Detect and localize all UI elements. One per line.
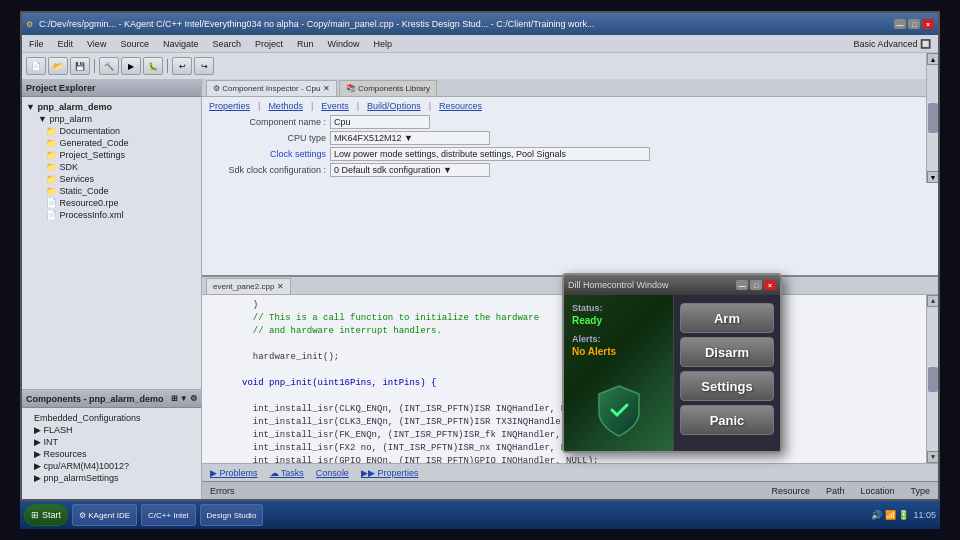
props-scrollbar[interactable]: ▲ ▼ <box>926 53 938 183</box>
tree-item-sdk[interactable]: 📁 SDK <box>26 161 197 173</box>
tree-item-docs[interactable]: 📁 Documentation <box>26 125 197 137</box>
taskbar-bottom: ⊞ Start ⚙ KAgent IDE C/C++ Intel Design … <box>20 501 940 529</box>
bottom-tab-console[interactable]: Console <box>312 468 353 478</box>
project-explorer-header: Project Explorer <box>22 79 201 97</box>
maximize-button[interactable]: □ <box>908 19 920 29</box>
prop-component-name: Component name : Cpu <box>206 115 934 129</box>
code-scrollbar[interactable]: ▲ ▼ <box>926 295 938 463</box>
alerts-label: Alerts: <box>572 334 665 344</box>
menu-project[interactable]: Project <box>252 39 286 49</box>
menu-file[interactable]: File <box>26 39 47 49</box>
prop-clock-settings-value[interactable]: Low power mode settings, distribute sett… <box>330 147 650 161</box>
menu-view[interactable]: View <box>84 39 109 49</box>
minimize-button[interactable]: — <box>894 19 906 29</box>
screen: ⚙ C:/Dev/res/pgmin... - KAgent C/C++ Int… <box>20 11 940 501</box>
status-value: Ready <box>572 315 665 326</box>
prop-sdk-clock-value[interactable]: 0 Default sdk configuration ▼ <box>330 163 490 177</box>
security-window-title: Dill Homecontrol Window <box>568 280 669 290</box>
security-window: Dill Homecontrol Window — □ × Status: Re… <box>562 273 782 453</box>
comp-flash[interactable]: ▶ FLASH <box>26 424 197 436</box>
menu-edit[interactable]: Edit <box>55 39 77 49</box>
panic-button[interactable]: Panic <box>680 405 774 435</box>
security-status-panel: Status: Ready Alerts: No Alerts <box>564 295 674 453</box>
scroll-down-arrow[interactable]: ▼ <box>927 171 939 183</box>
debug-button[interactable]: 🐛 <box>143 57 163 75</box>
undo-button[interactable]: ↩ <box>172 57 192 75</box>
comp-settings[interactable]: ▶ pnp_alarmSettings <box>26 472 197 484</box>
tab-components-library[interactable]: 📚 Components Library <box>339 80 437 96</box>
code-scroll-down[interactable]: ▼ <box>927 451 938 463</box>
status-type: Type <box>910 486 930 496</box>
redo-button[interactable]: ↪ <box>194 57 214 75</box>
tree-item-alarm[interactable]: ▼ pnp_alarm <box>26 113 197 125</box>
status-resource: Resource <box>771 486 810 496</box>
code-scroll-up[interactable]: ▲ <box>927 295 938 307</box>
open-button[interactable]: 📂 <box>48 57 68 75</box>
shield-icon <box>594 384 644 439</box>
start-button[interactable]: ⊞ Start <box>24 504 68 526</box>
comp-resources[interactable]: ▶ Resources <box>26 448 197 460</box>
system-tray: 🔊 📶 🔋 11:05 <box>871 510 936 520</box>
tray-icons: 🔊 📶 🔋 <box>871 510 909 520</box>
tree-item-resource[interactable]: 📄 Resource0.rpe <box>26 197 197 209</box>
ide-titlebar: ⚙ C:/Dev/res/pgmin... - KAgent C/C++ Int… <box>22 13 938 35</box>
bottom-tab-problems[interactable]: ▶ Problems <box>206 468 262 478</box>
left-panel: Project Explorer ▼ pnp_alarm_demo ▼ pnp_… <box>22 79 202 499</box>
prop-cpu-type-value[interactable]: MK64FX512M12 ▼ <box>330 131 490 145</box>
bottom-tab-properties[interactable]: ▶▶ Properties <box>357 468 423 478</box>
security-minimize-button[interactable]: — <box>736 280 748 290</box>
props-tab-build[interactable]: Build/Options <box>364 101 424 111</box>
tab-event-pane[interactable]: event_pane2.cpp ✕ <box>206 278 291 294</box>
comp-embedded[interactable]: Embedded_Configurations <box>26 412 197 424</box>
tab-component-inspector[interactable]: ⚙ Component Inspector - Cpu ✕ <box>206 80 337 96</box>
tree-item-root[interactable]: ▼ pnp_alarm_demo <box>26 101 197 113</box>
status-location: Location <box>860 486 894 496</box>
disarm-button[interactable]: Disarm <box>680 337 774 367</box>
bottom-tab-tasks[interactable]: ☁ Tasks <box>266 468 308 478</box>
tree-item-generated[interactable]: 📁 Generated_Code <box>26 137 197 149</box>
taskbar-app-cpp[interactable]: C/C++ Intel <box>141 504 195 526</box>
taskbar-app-kagen[interactable]: ⚙ KAgent IDE <box>72 504 137 526</box>
taskbar-app-design[interactable]: Design Studio <box>200 504 264 526</box>
code-scroll-thumb[interactable] <box>928 367 938 392</box>
system-time: 11:05 <box>913 510 936 520</box>
security-close-button[interactable]: × <box>764 280 776 290</box>
props-tab-properties[interactable]: Properties <box>206 101 253 111</box>
settings-button[interactable]: Settings <box>680 371 774 401</box>
save-button[interactable]: 💾 <box>70 57 90 75</box>
ide-title: C:/Dev/res/pgmin... - KAgent C/C++ Intel… <box>39 19 886 29</box>
props-tab-resources[interactable]: Resources <box>436 101 485 111</box>
tree-item-process[interactable]: 📄 ProcessInfo.xml <box>26 209 197 221</box>
menu-source[interactable]: Source <box>117 39 152 49</box>
menu-navigate[interactable]: Navigate <box>160 39 202 49</box>
comp-cpu[interactable]: ▶ cpu/ARM(M4)10012? <box>26 460 197 472</box>
prop-clock-settings-label[interactable]: Clock settings <box>206 149 326 159</box>
close-button[interactable]: × <box>922 19 934 29</box>
menu-search[interactable]: Search <box>209 39 244 49</box>
components-tree: Embedded_Configurations ▶ FLASH ▶ INT ▶ … <box>22 408 201 488</box>
tree-item-static[interactable]: 📁 Static_Code <box>26 185 197 197</box>
component-icons: ⊞ ▼ ⚙ <box>171 394 197 403</box>
new-button[interactable]: 📄 <box>26 57 46 75</box>
menu-window[interactable]: Window <box>325 39 363 49</box>
tree-item-settings[interactable]: 📁 Project_Settings <box>26 149 197 161</box>
prop-component-name-label: Component name : <box>206 117 326 127</box>
tree-item-services[interactable]: 📁 Services <box>26 173 197 185</box>
scroll-thumb[interactable] <box>928 103 938 133</box>
menu-run[interactable]: Run <box>294 39 317 49</box>
prop-component-name-value[interactable]: Cpu <box>330 115 430 129</box>
arm-button[interactable]: Arm <box>680 303 774 333</box>
security-maximize-button[interactable]: □ <box>750 280 762 290</box>
comp-int[interactable]: ▶ INT <box>26 436 197 448</box>
menu-help[interactable]: Help <box>371 39 396 49</box>
status-bar: Errors Resource Path Location Type <box>202 481 938 499</box>
scroll-up-arrow[interactable]: ▲ <box>927 53 939 65</box>
layout-selector[interactable]: Basic Advanced 🔲 <box>850 39 934 49</box>
components-header: Components - pnp_alarm_demo ⊞ ▼ ⚙ <box>22 390 201 408</box>
props-tab-methods[interactable]: Methods <box>265 101 306 111</box>
code-line-13: int_install_isr(GPIO_ENQn, (INT_ISR_PFTN… <box>242 455 930 463</box>
run-button[interactable]: ▶ <box>121 57 141 75</box>
build-button[interactable]: 🔨 <box>99 57 119 75</box>
prop-cpu-type: CPU type MK64FX512M12 ▼ <box>206 131 934 145</box>
props-tab-events[interactable]: Events <box>318 101 352 111</box>
